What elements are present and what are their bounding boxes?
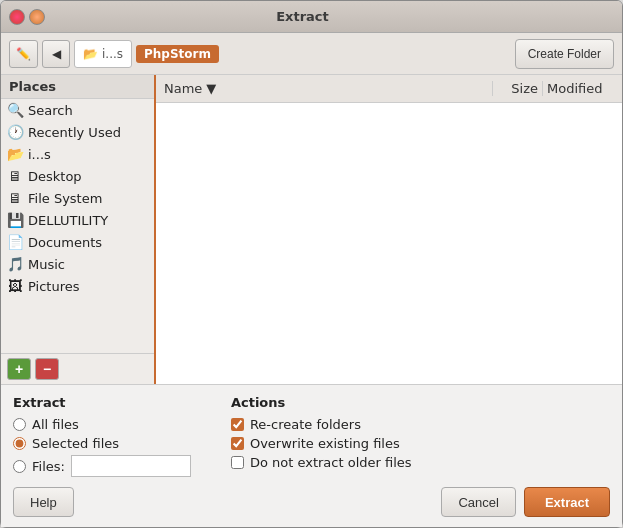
col-name-header[interactable]: Name ▼ (156, 81, 492, 96)
sidebar-item-music-label: Music (28, 257, 65, 272)
dellutility-icon: 💾 (7, 212, 23, 228)
sidebar-item-pictures[interactable]: 🖼 Pictures (1, 275, 154, 297)
search-icon: 🔍 (7, 102, 23, 118)
music-icon: 🎵 (7, 256, 23, 272)
close-button[interactable] (9, 9, 25, 25)
overwrite-existing-option[interactable]: Overwrite existing files (231, 436, 412, 451)
bookmarks-icon: 📂 (7, 146, 23, 162)
files-option[interactable]: Files: (13, 455, 191, 477)
sidebar-item-documents[interactable]: 📄 Documents (1, 231, 154, 253)
sidebar-item-music[interactable]: 🎵 Music (1, 253, 154, 275)
overwrite-existing-label: Overwrite existing files (250, 436, 400, 451)
col-modified-header: Modified (542, 81, 622, 96)
dialog-buttons: Cancel Extract (441, 487, 610, 517)
extract-section: Extract All files Selected files Files: (13, 395, 191, 477)
create-folder-button[interactable]: Create Folder (515, 39, 614, 69)
filesystem-icon: 🖥 (7, 190, 23, 206)
sidebar-item-recently-used-label: Recently Used (28, 125, 121, 140)
remove-place-button[interactable]: − (35, 358, 59, 380)
files-radio[interactable] (13, 460, 26, 473)
sidebar-header: Places (1, 75, 154, 99)
titlebar: Extract (1, 1, 622, 33)
files-label: Files: (32, 459, 65, 474)
bottom-panel: Extract All files Selected files Files: … (1, 384, 622, 527)
sidebar-item-bookmarks[interactable]: 📂 i...s (1, 143, 154, 165)
files-input[interactable] (71, 455, 191, 477)
sidebar-item-filesystem[interactable]: 🖥 File System (1, 187, 154, 209)
sidebar-item-search-label: Search (28, 103, 73, 118)
all-files-label: All files (32, 417, 79, 432)
breadcrumb-path: i...s (102, 47, 123, 61)
sidebar-item-dellutility[interactable]: 💾 DELLUTILITY (1, 209, 154, 231)
edit-button[interactable]: ✏️ (9, 40, 38, 68)
sidebar-item-search[interactable]: 🔍 Search (1, 99, 154, 121)
recreate-folders-label: Re-create folders (250, 417, 361, 432)
breadcrumb-icon: 📂 (83, 47, 98, 61)
all-files-option[interactable]: All files (13, 417, 191, 432)
recently-used-icon: 🕐 (7, 124, 23, 140)
minimize-button[interactable] (29, 9, 45, 25)
sidebar-item-recently-used[interactable]: 🕐 Recently Used (1, 121, 154, 143)
window-controls (9, 9, 45, 25)
help-button[interactable]: Help (13, 487, 74, 517)
extract-section-title: Extract (13, 395, 191, 410)
selected-files-label: Selected files (32, 436, 119, 451)
selected-files-option[interactable]: Selected files (13, 436, 191, 451)
extract-dialog: Extract ✏️ ◀ 📂 i...s PhpStorm Create Fol… (0, 0, 623, 528)
pictures-icon: 🖼 (7, 278, 23, 294)
sidebar-item-desktop-label: Desktop (28, 169, 82, 184)
sidebar-item-documents-label: Documents (28, 235, 102, 250)
col-size-header: Size (492, 81, 542, 96)
file-list-header: Name ▼ Size Modified (156, 75, 622, 103)
breadcrumb: 📂 i...s (74, 40, 132, 68)
selected-files-radio[interactable] (13, 437, 26, 450)
sort-icon: ▼ (206, 81, 216, 96)
sidebar-item-pictures-label: Pictures (28, 279, 79, 294)
extract-actions-row: Extract All files Selected files Files: … (13, 395, 610, 477)
breadcrumb-active: PhpStorm (136, 45, 219, 63)
main-area: Places 🔍 Search 🕐 Recently Used 📂 i...s … (1, 75, 622, 384)
back-button[interactable]: ◀ (42, 40, 70, 68)
cancel-button[interactable]: Cancel (441, 487, 515, 517)
window-title: Extract (51, 9, 554, 24)
add-place-button[interactable]: + (7, 358, 31, 380)
sidebar-item-desktop[interactable]: 🖥 Desktop (1, 165, 154, 187)
sidebar-item-filesystem-label: File System (28, 191, 102, 206)
button-row: Help Cancel Extract (13, 487, 610, 517)
toolbar: ✏️ ◀ 📂 i...s PhpStorm Create Folder (1, 33, 622, 75)
documents-icon: 📄 (7, 234, 23, 250)
recreate-folders-option[interactable]: Re-create folders (231, 417, 412, 432)
no-extract-older-checkbox[interactable] (231, 456, 244, 469)
no-extract-older-label: Do not extract older files (250, 455, 412, 470)
all-files-radio[interactable] (13, 418, 26, 431)
sidebar-item-dellutility-label: DELLUTILITY (28, 213, 108, 228)
no-extract-older-option[interactable]: Do not extract older files (231, 455, 412, 470)
extract-button[interactable]: Extract (524, 487, 610, 517)
recreate-folders-checkbox[interactable] (231, 418, 244, 431)
actions-section: Actions Re-create folders Overwrite exis… (231, 395, 412, 477)
desktop-icon: 🖥 (7, 168, 23, 184)
overwrite-existing-checkbox[interactable] (231, 437, 244, 450)
sidebar-item-bookmarks-label: i...s (28, 147, 51, 162)
sidebar: Places 🔍 Search 🕐 Recently Used 📂 i...s … (1, 75, 156, 384)
file-list (156, 103, 622, 384)
sidebar-actions: + − (1, 353, 154, 384)
actions-section-title: Actions (231, 395, 412, 410)
file-area: Name ▼ Size Modified (156, 75, 622, 384)
